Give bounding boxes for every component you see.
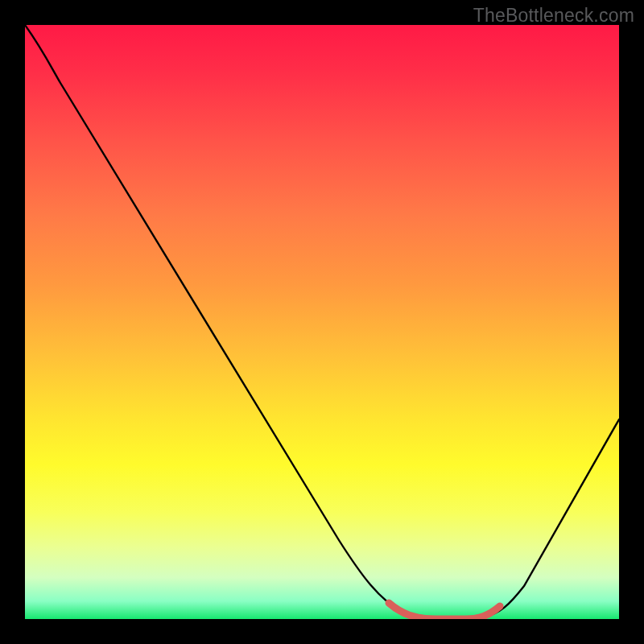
highlight-segment — [389, 603, 500, 619]
curve-layer — [25, 25, 619, 619]
plot-area — [25, 25, 619, 619]
chart-frame: TheBottleneck.com — [0, 0, 644, 644]
main-curve — [25, 25, 619, 619]
watermark-text: TheBottleneck.com — [473, 5, 634, 27]
